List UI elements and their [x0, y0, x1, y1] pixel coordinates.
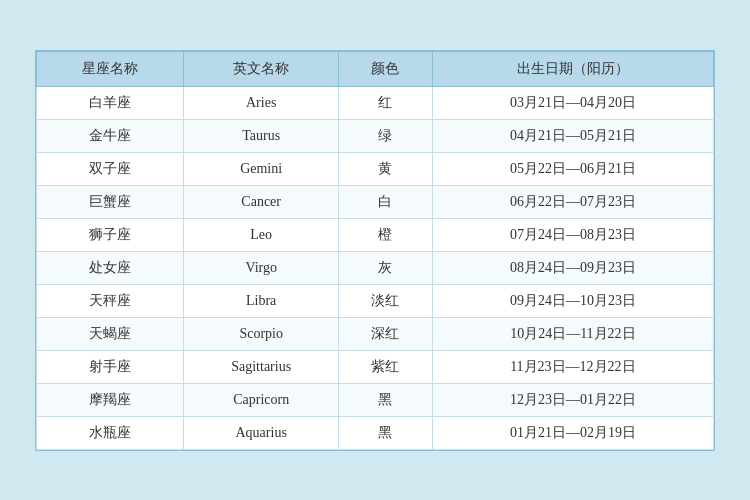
cell-english: Cancer — [184, 185, 339, 218]
cell-dates: 06月22日—07月23日 — [432, 185, 713, 218]
cell-english: Capricorn — [184, 383, 339, 416]
cell-english: Scorpio — [184, 317, 339, 350]
table-row: 摩羯座Capricorn黑12月23日—01月22日 — [37, 383, 714, 416]
cell-dates: 09月24日—10月23日 — [432, 284, 713, 317]
cell-dates: 04月21日—05月21日 — [432, 119, 713, 152]
cell-color: 淡红 — [339, 284, 433, 317]
col-header-dates: 出生日期（阳历） — [432, 51, 713, 86]
cell-dates: 11月23日—12月22日 — [432, 350, 713, 383]
cell-color: 黑 — [339, 383, 433, 416]
table-row: 狮子座Leo橙07月24日—08月23日 — [37, 218, 714, 251]
cell-english: Sagittarius — [184, 350, 339, 383]
zodiac-table-container: 星座名称 英文名称 颜色 出生日期（阳历） 白羊座Aries红03月21日—04… — [35, 50, 715, 451]
table-row: 金牛座Taurus绿04月21日—05月21日 — [37, 119, 714, 152]
cell-chinese: 处女座 — [37, 251, 184, 284]
cell-english: Taurus — [184, 119, 339, 152]
cell-color: 灰 — [339, 251, 433, 284]
cell-english: Libra — [184, 284, 339, 317]
table-row: 天蝎座Scorpio深红10月24日—11月22日 — [37, 317, 714, 350]
cell-chinese: 摩羯座 — [37, 383, 184, 416]
cell-color: 黄 — [339, 152, 433, 185]
table-row: 天秤座Libra淡红09月24日—10月23日 — [37, 284, 714, 317]
cell-dates: 10月24日—11月22日 — [432, 317, 713, 350]
cell-english: Virgo — [184, 251, 339, 284]
cell-color: 橙 — [339, 218, 433, 251]
table-row: 双子座Gemini黄05月22日—06月21日 — [37, 152, 714, 185]
cell-color: 黑 — [339, 416, 433, 449]
cell-chinese: 天蝎座 — [37, 317, 184, 350]
cell-chinese: 白羊座 — [37, 86, 184, 119]
cell-english: Gemini — [184, 152, 339, 185]
table-row: 处女座Virgo灰08月24日—09月23日 — [37, 251, 714, 284]
cell-chinese: 狮子座 — [37, 218, 184, 251]
col-header-english: 英文名称 — [184, 51, 339, 86]
cell-color: 绿 — [339, 119, 433, 152]
col-header-color: 颜色 — [339, 51, 433, 86]
zodiac-table: 星座名称 英文名称 颜色 出生日期（阳历） 白羊座Aries红03月21日—04… — [36, 51, 714, 450]
cell-dates: 07月24日—08月23日 — [432, 218, 713, 251]
cell-color: 深红 — [339, 317, 433, 350]
cell-color: 紫红 — [339, 350, 433, 383]
cell-chinese: 水瓶座 — [37, 416, 184, 449]
table-row: 巨蟹座Cancer白06月22日—07月23日 — [37, 185, 714, 218]
cell-chinese: 射手座 — [37, 350, 184, 383]
table-row: 白羊座Aries红03月21日—04月20日 — [37, 86, 714, 119]
cell-chinese: 天秤座 — [37, 284, 184, 317]
cell-english: Aries — [184, 86, 339, 119]
table-row: 射手座Sagittarius紫红11月23日—12月22日 — [37, 350, 714, 383]
cell-dates: 08月24日—09月23日 — [432, 251, 713, 284]
cell-chinese: 巨蟹座 — [37, 185, 184, 218]
cell-english: Aquarius — [184, 416, 339, 449]
cell-dates: 03月21日—04月20日 — [432, 86, 713, 119]
table-row: 水瓶座Aquarius黑01月21日—02月19日 — [37, 416, 714, 449]
cell-color: 红 — [339, 86, 433, 119]
cell-chinese: 金牛座 — [37, 119, 184, 152]
table-header-row: 星座名称 英文名称 颜色 出生日期（阳历） — [37, 51, 714, 86]
cell-dates: 12月23日—01月22日 — [432, 383, 713, 416]
cell-color: 白 — [339, 185, 433, 218]
cell-english: Leo — [184, 218, 339, 251]
col-header-chinese: 星座名称 — [37, 51, 184, 86]
cell-dates: 05月22日—06月21日 — [432, 152, 713, 185]
cell-chinese: 双子座 — [37, 152, 184, 185]
cell-dates: 01月21日—02月19日 — [432, 416, 713, 449]
